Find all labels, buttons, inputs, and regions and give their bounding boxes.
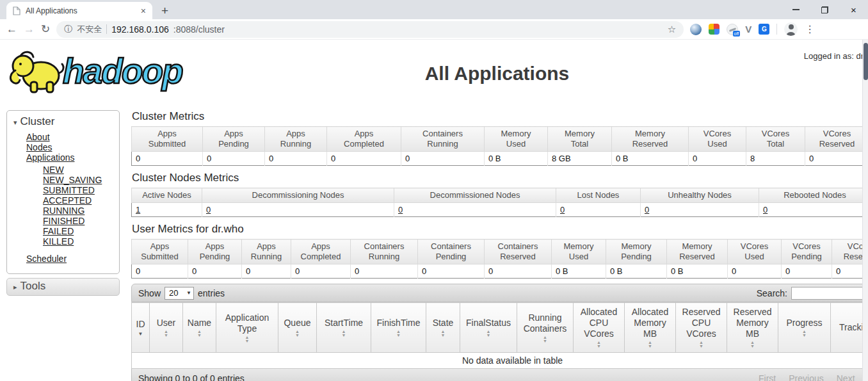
sort-icon: ▲▼ xyxy=(575,341,622,348)
column-header-name[interactable]: Name▲▼ xyxy=(183,303,216,353)
sidebar-app-state-link[interactable]: FAILED xyxy=(43,227,119,236)
sidebar-link-scheduler[interactable]: Scheduler xyxy=(26,254,119,264)
metric-header-label: VCores Used xyxy=(730,241,778,262)
sidebar-app-state-link[interactable]: FINISHED xyxy=(43,216,119,226)
window-close-button[interactable]: × xyxy=(839,0,868,19)
column-header-reserved-cpu-vcores[interactable]: Reserved CPU VCores▲▼ xyxy=(676,303,727,353)
pagination-button[interactable]: First xyxy=(759,373,776,381)
metric-value: 0 xyxy=(394,203,556,217)
window-minimize-button[interactable] xyxy=(782,0,810,19)
metric-header-label: Memory Used xyxy=(487,129,545,149)
metric-header-label: Containers Pending xyxy=(421,241,481,262)
new-tab-button[interactable]: + xyxy=(161,4,168,17)
column-header-application-type[interactable]: Application Type▲▼ xyxy=(216,303,278,353)
node-metric-link[interactable]: 0 xyxy=(645,205,649,215)
metric-header: Apps Completed xyxy=(327,127,401,152)
extension-off-icon[interactable]: off xyxy=(727,24,738,35)
node-metric-link[interactable]: 0 xyxy=(206,205,211,215)
column-header-starttime[interactable]: StartTime▲▼ xyxy=(317,303,371,353)
page-size-select[interactable]: 20▼ xyxy=(165,287,194,300)
metric-header-label: Apps Pending xyxy=(205,129,262,149)
window-restore-button[interactable] xyxy=(810,0,839,19)
metric-value: 0 xyxy=(401,152,485,166)
column-header-allocated-cpu-vcores[interactable]: Allocated CPU VCores▲▼ xyxy=(574,303,625,353)
sidebar-app-state-link[interactable]: KILLED xyxy=(43,237,119,247)
metric-value: 0 xyxy=(759,203,864,217)
column-header-user[interactable]: User▲▼ xyxy=(150,303,183,353)
browser-menu-icon[interactable]: ⋮ xyxy=(805,23,815,35)
reload-icon[interactable]: ↻ xyxy=(41,24,50,35)
metric-header-label: VCores Used xyxy=(691,129,743,149)
extension-lightning-icon[interactable] xyxy=(709,24,719,35)
column-header-finishtime[interactable]: FinishTime▲▼ xyxy=(371,303,426,353)
column-header-finalstatus[interactable]: FinalStatus▲▼ xyxy=(460,303,517,353)
browser-tab[interactable]: All Applications × xyxy=(6,2,152,19)
off-badge: off xyxy=(733,31,741,36)
metric-header: Active Nodes xyxy=(132,188,202,203)
column-header-id[interactable]: ID▼ xyxy=(132,303,150,353)
sidebar-app-state-link[interactable]: ACCEPTED xyxy=(43,196,119,206)
minimize-icon xyxy=(792,9,800,10)
back-icon[interactable]: ← xyxy=(6,24,17,35)
sidebar-app-state-link[interactable]: SUBMITTED xyxy=(43,186,119,195)
sort-icon: ▲▼ xyxy=(729,341,776,348)
column-label: Tracking UI xyxy=(839,322,863,332)
user-metrics-value-row: 00000000 B0 B0 B000 xyxy=(132,264,864,279)
sidebar-app-state-link[interactable]: NEW_SAVING xyxy=(43,175,119,185)
translate-icon[interactable]: G xyxy=(759,24,769,35)
sidebar-link[interactable]: About xyxy=(26,133,119,142)
column-header-reserved-memory-mb[interactable]: Reserved Memory MB▲▼ xyxy=(727,303,778,353)
metric-header: Memory Used xyxy=(485,127,548,152)
window-controls: × xyxy=(782,0,868,19)
sidebar-link[interactable]: Nodes xyxy=(26,143,119,152)
node-metric-link[interactable]: 0 xyxy=(398,205,403,215)
column-header-running-containers[interactable]: Running Containers▲▼ xyxy=(517,303,574,353)
column-header-allocated-memory-mb[interactable]: Allocated Memory MB▲▼ xyxy=(625,303,676,353)
vertical-scrollbar[interactable] xyxy=(862,40,868,381)
metric-header: VCores Reserved xyxy=(805,127,864,152)
tab-close-icon[interactable]: × xyxy=(141,6,146,16)
sidebar-section-cluster[interactable]: ▾Cluster xyxy=(7,113,119,132)
metric-header: Memory Used xyxy=(552,239,606,264)
metric-header: VCores Reserved xyxy=(832,239,864,264)
search-control: Search: xyxy=(757,287,863,300)
sidebar-app-state-link[interactable]: NEW xyxy=(43,165,119,175)
info-icon[interactable]: ⓘ xyxy=(64,24,72,35)
cluster-metrics-table: Apps SubmittedApps PendingApps RunningAp… xyxy=(131,126,863,166)
node-metric-link[interactable]: 0 xyxy=(560,205,565,215)
profile-avatar[interactable] xyxy=(784,22,798,36)
column-header-progress[interactable]: Progress▲▼ xyxy=(778,303,831,353)
empty-message: No data available in table xyxy=(132,353,864,369)
column-header-tracking-ui[interactable]: Tracking UI xyxy=(831,303,864,353)
node-metric-link[interactable]: 0 xyxy=(763,205,768,215)
metric-header: Memory Reserved xyxy=(612,127,689,152)
search-input[interactable] xyxy=(791,287,863,300)
pagination-button[interactable]: Previous xyxy=(789,373,823,381)
metric-header-label: VCores Total xyxy=(749,129,802,149)
extension-v-icon[interactable]: V xyxy=(745,24,751,34)
sidebar-app-state-link[interactable]: RUNNING xyxy=(43,206,119,216)
node-metric-link[interactable]: 1 xyxy=(136,205,140,215)
metric-value: 0 B xyxy=(612,152,689,166)
bookmark-star-icon[interactable]: ☆ xyxy=(668,24,676,35)
extension-sphere-icon[interactable] xyxy=(690,24,702,35)
extensions-row: off V G ⋮ xyxy=(690,22,815,36)
sort-icon: ▲▼ xyxy=(462,330,515,337)
metric-header-label: VCores Pending xyxy=(784,241,829,262)
column-header-state[interactable]: State▲▼ xyxy=(426,303,460,353)
metric-value: 0 xyxy=(728,264,782,279)
forward-icon[interactable]: → xyxy=(24,24,35,35)
metric-header: Decommissioned Nodes xyxy=(394,188,556,203)
metric-header-label: VCores Reserved xyxy=(808,129,863,149)
column-header-queue[interactable]: Queue▲▼ xyxy=(278,303,317,353)
metric-header-label: Memory Total xyxy=(551,129,609,149)
column-label: User xyxy=(157,318,176,328)
metric-header: Containers Running xyxy=(351,239,418,264)
metric-header: Rebooted Nodes xyxy=(759,188,864,203)
pagination-button[interactable]: Next xyxy=(837,373,855,381)
address-bar[interactable]: ⓘ 不安全 192.168.0.106:8088/cluster ☆ xyxy=(56,21,684,38)
sidebar-section-tools[interactable]: ▸Tools xyxy=(6,278,120,296)
metric-value: 0 xyxy=(805,152,864,166)
sidebar-link[interactable]: Applications xyxy=(26,153,119,163)
scrollbar-thumb[interactable] xyxy=(864,43,868,80)
